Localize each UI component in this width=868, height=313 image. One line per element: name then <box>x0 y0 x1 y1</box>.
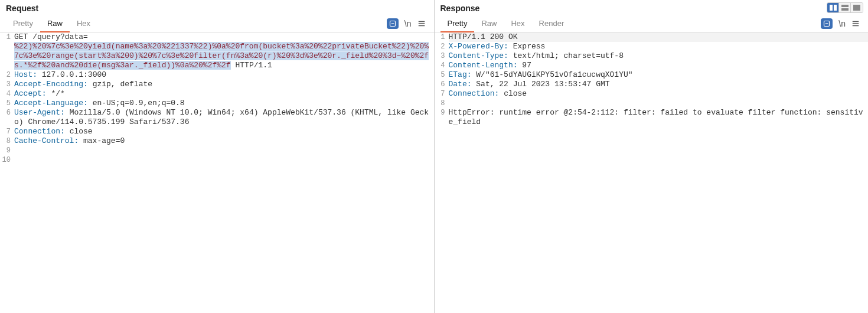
response-tab-tools: \n <box>821 18 862 29</box>
request-pane: Request Pretty Raw Hex \n 1GET /query?da… <box>0 0 434 313</box>
line-content[interactable]: Accept: */* <box>14 89 434 99</box>
svg-rect-1 <box>830 5 833 11</box>
tab-pretty[interactable]: Pretty <box>6 15 40 32</box>
line-content[interactable]: ETag: W/"61-5dYAUGiKPY51vOfa1cucwqXO1YU" <box>449 70 869 80</box>
editor-line: 5ETag: W/"61-5dYAUGiKPY51vOfa1cucwqXO1YU… <box>435 70 869 80</box>
newline-icon[interactable]: \n <box>404 19 412 28</box>
request-header: Request <box>0 0 434 13</box>
line-number: 4 <box>0 89 14 99</box>
request-editor[interactable]: 1GET /query?data=%22)%20%7c%3e%20yield(n… <box>0 32 434 313</box>
editor-line: 3Content-Type: text/html; charset=utf-8 <box>435 51 869 61</box>
line-content[interactable]: Content-Type: text/html; charset=utf-8 <box>449 51 869 61</box>
layout-rows-icon[interactable] <box>839 3 851 12</box>
actions-icon[interactable] <box>821 18 833 29</box>
request-title: Request <box>6 4 38 13</box>
response-header: Response <box>435 0 869 13</box>
editor-line: 8Cache-Control: max-age=0 <box>0 136 434 146</box>
editor-line: 1GET /query?data= <box>0 32 434 42</box>
line-number: 1 <box>0 32 14 42</box>
editor-line: 7Connection: close <box>435 89 869 99</box>
line-content[interactable]: Accept-Language: en-US;q=0.9,en;q=0.8 <box>14 99 434 108</box>
request-tab-tools: \n <box>387 18 428 29</box>
editor-line: 6Date: Sat, 22 Jul 2023 13:53:47 GMT <box>435 80 869 89</box>
editor-line: 2Host: 127.0.0.1:3000 <box>0 70 434 80</box>
line-content[interactable]: Date: Sat, 22 Jul 2023 13:53:47 GMT <box>449 80 869 89</box>
layout-toggles <box>827 2 863 13</box>
line-number: 1 <box>435 32 449 42</box>
editor-line: 7Connection: close <box>0 127 434 136</box>
line-number: 9 <box>0 146 14 155</box>
line-content[interactable]: User-Agent: Mozilla/5.0 (Windows NT 10.0… <box>14 108 434 127</box>
newline-icon[interactable]: \n <box>838 19 846 28</box>
editor-line: 10 <box>0 155 434 165</box>
line-content[interactable]: %22)%20%7c%3e%20yield(name%3a%20%221337%… <box>14 42 434 70</box>
line-number: 8 <box>0 136 14 146</box>
line-content[interactable]: Accept-Encoding: gzip, deflate <box>14 80 434 89</box>
line-number: 2 <box>435 42 449 51</box>
tab-hex[interactable]: Hex <box>504 15 531 32</box>
editor-line: %22)%20%7c%3e%20yield(name%3a%20%221337%… <box>0 42 434 70</box>
editor-line: 6User-Agent: Mozilla/5.0 (Windows NT 10.… <box>0 108 434 127</box>
line-number: 4 <box>435 61 449 70</box>
line-content[interactable]: Connection: close <box>449 89 869 99</box>
tab-pretty[interactable]: Pretty <box>440 15 475 32</box>
line-number: 2 <box>0 70 14 80</box>
line-content[interactable]: HttpError: runtime error @2:54-2:112: fi… <box>449 108 869 127</box>
split-container: Request Pretty Raw Hex \n 1GET /query?da… <box>0 0 868 313</box>
response-pane: Response Pretty Raw Hex Render <box>434 0 869 313</box>
response-editor[interactable]: 1HTTP/1.1 200 OK2X-Powered-By: Express3C… <box>435 32 869 313</box>
editor-line: 4Content-Length: 97 <box>435 61 869 70</box>
line-content[interactable]: GET /query?data= <box>14 32 434 42</box>
tab-raw[interactable]: Raw <box>474 15 504 32</box>
line-number: 6 <box>435 80 449 89</box>
line-number: 5 <box>435 70 449 80</box>
response-tabs: Pretty Raw Hex Render \n <box>435 15 869 32</box>
line-number: 3 <box>0 80 14 89</box>
editor-line: 1HTTP/1.1 200 OK <box>435 32 869 42</box>
line-content[interactable]: Cache-Control: max-age=0 <box>14 136 434 146</box>
actions-icon[interactable] <box>387 18 399 29</box>
editor-line: 9HttpError: runtime error @2:54-2:112: f… <box>435 108 869 127</box>
hamburger-icon[interactable] <box>851 19 860 28</box>
tab-raw[interactable]: Raw <box>40 15 70 32</box>
line-content[interactable]: HTTP/1.1 200 OK <box>449 32 869 42</box>
response-title: Response <box>440 4 480 13</box>
tab-hex[interactable]: Hex <box>70 15 97 32</box>
editor-line: 9 <box>0 146 434 155</box>
line-content[interactable]: Content-Length: 97 <box>449 61 869 70</box>
request-tabs: Pretty Raw Hex \n <box>0 15 434 32</box>
layout-single-icon[interactable] <box>851 3 863 12</box>
svg-rect-5 <box>853 5 860 11</box>
editor-line: 5Accept-Language: en-US;q=0.9,en;q=0.8 <box>0 99 434 108</box>
line-number: 7 <box>0 127 14 136</box>
line-number: 9 <box>435 108 449 118</box>
line-content[interactable]: Connection: close <box>14 127 434 136</box>
editor-line: 2X-Powered-By: Express <box>435 42 869 51</box>
line-number: 6 <box>0 108 14 118</box>
line-number: 10 <box>0 155 14 165</box>
line-number: 7 <box>435 89 449 99</box>
line-content[interactable]: X-Powered-By: Express <box>449 42 869 51</box>
svg-rect-4 <box>841 8 849 11</box>
layout-columns-icon[interactable] <box>827 3 839 12</box>
tab-render[interactable]: Render <box>532 15 572 32</box>
line-number: 3 <box>435 51 449 61</box>
line-number: 8 <box>435 99 449 108</box>
line-number: 5 <box>0 99 14 108</box>
editor-line: 8 <box>435 99 869 108</box>
editor-line: 3Accept-Encoding: gzip, deflate <box>0 80 434 89</box>
svg-rect-2 <box>834 5 837 11</box>
hamburger-icon[interactable] <box>417 19 426 28</box>
line-content[interactable]: Host: 127.0.0.1:3000 <box>14 70 434 80</box>
svg-rect-3 <box>841 5 849 7</box>
editor-line: 4Accept: */* <box>0 89 434 99</box>
